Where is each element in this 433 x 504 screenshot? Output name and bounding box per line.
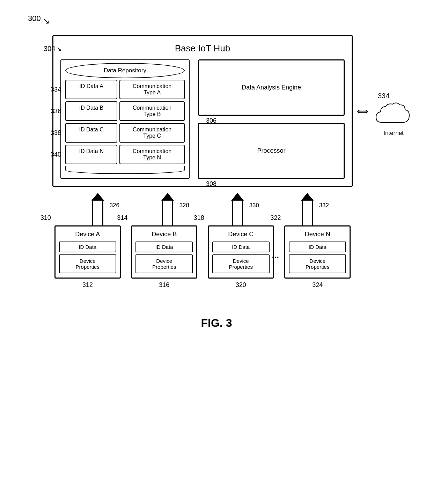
label-334-right: 334 (378, 92, 389, 100)
label-328: 328 (179, 202, 189, 209)
id-data-n: ID Data N (65, 145, 117, 164)
label-334-left: 334 (51, 86, 61, 93)
label-310: 310 (41, 214, 51, 222)
device-b-box: Device B ID Data DeviceProperties (131, 225, 197, 279)
comm-type-b: CommunicationType B (119, 101, 185, 121)
label-300: 300 (28, 14, 41, 23)
device-n-id: ID Data (289, 242, 346, 252)
comm-type-n: CommunicationType N (119, 145, 185, 164)
id-data-b: ID Data B (65, 101, 117, 121)
device-n-box: Device N ID Data DeviceProperties (284, 225, 351, 279)
device-b-id: ID Data (135, 242, 193, 252)
processor-box: Processor 308 (198, 123, 345, 179)
label-336: 336 (51, 108, 61, 115)
processor-label: Processor (257, 147, 285, 154)
label-326: 326 (110, 202, 119, 209)
device-c-box: Device C ID Data DeviceProperties … (208, 225, 274, 279)
device-a-inner: ID Data DeviceProperties (59, 242, 116, 273)
device-b-inner: ID Data DeviceProperties (135, 242, 193, 273)
data-row-c: 338 ID Data C CommunicationType C (65, 123, 185, 143)
data-repository: 304 ↘ Data Repository 334 ID Data A Comm… (60, 59, 190, 179)
figure-label: FIG. 3 (201, 317, 232, 330)
label-324: 324 (312, 281, 323, 289)
label-314: 314 (117, 214, 127, 222)
device-b-title: Device B (135, 231, 193, 238)
devices-section: 310 Device A ID Data DeviceProperties 31… (52, 225, 353, 289)
device-a-box: Device A ID Data DeviceProperties (54, 225, 121, 279)
data-repository-label: Data Repository (104, 67, 146, 74)
device-a-title: Device A (59, 231, 116, 238)
arrow-300-icon: ↘ (42, 15, 50, 26)
label-330: 330 (249, 202, 259, 209)
internet-label: Internet (383, 130, 404, 137)
internet-cloud-icon (374, 101, 413, 128)
device-c-inner: ID Data DeviceProperties (212, 242, 270, 273)
label-338: 338 (51, 129, 61, 137)
data-row-a: 334 ID Data A CommunicationType A (65, 80, 185, 99)
device-n-props: DeviceProperties (289, 254, 346, 273)
label-316: 316 (159, 281, 169, 289)
diagram-container: 300 ↘ 302 ↗ Base IoT Hub 304 ↘ Data Repo… (24, 14, 409, 289)
label-320: 320 (236, 281, 246, 289)
hub-inner: 304 ↘ Data Repository 334 ID Data A Comm… (60, 59, 345, 179)
label-332: 332 (319, 202, 329, 209)
data-rows: 334 ID Data A CommunicationType A 336 ID… (65, 80, 185, 164)
comm-type-a: CommunicationType A (119, 80, 185, 99)
label-304: 304 (44, 45, 55, 53)
hub-title: Base IoT Hub (60, 43, 345, 54)
label-308: 308 (206, 180, 216, 188)
device-n-inner: ID Data DeviceProperties (289, 242, 346, 273)
hub-right: Data Analysis Engine 306 Processor 308 (198, 59, 345, 179)
data-row-b: 336 ID Data B CommunicationType B (65, 101, 185, 121)
data-row-n: 340 ID Data N CommunicationType N (65, 145, 185, 164)
data-analysis-engine-box: Data Analysis Engine 306 (198, 59, 345, 116)
label-322: 322 (270, 214, 281, 222)
device-n-title: Device N (289, 231, 346, 238)
id-data-a: ID Data A (65, 80, 117, 99)
comm-type-c: CommunicationType C (119, 123, 185, 143)
device-a-props: DeviceProperties (59, 254, 116, 273)
device-c-props: DeviceProperties (212, 254, 270, 273)
device-b-props: DeviceProperties (135, 254, 193, 273)
device-c-id: ID Data (212, 242, 270, 252)
device-c-title: Device C (212, 231, 270, 238)
data-analysis-engine-label: Data Analysis Engine (242, 84, 301, 91)
device-a-id: ID Data (59, 242, 116, 252)
label-312: 312 (82, 281, 93, 289)
label-318: 318 (194, 214, 204, 222)
id-data-c: ID Data C (65, 123, 117, 143)
label-340: 340 (51, 151, 61, 158)
arrow-304-icon: ↘ (57, 45, 62, 53)
base-iot-hub-box: Base IoT Hub 304 ↘ Data Repository (52, 35, 353, 187)
